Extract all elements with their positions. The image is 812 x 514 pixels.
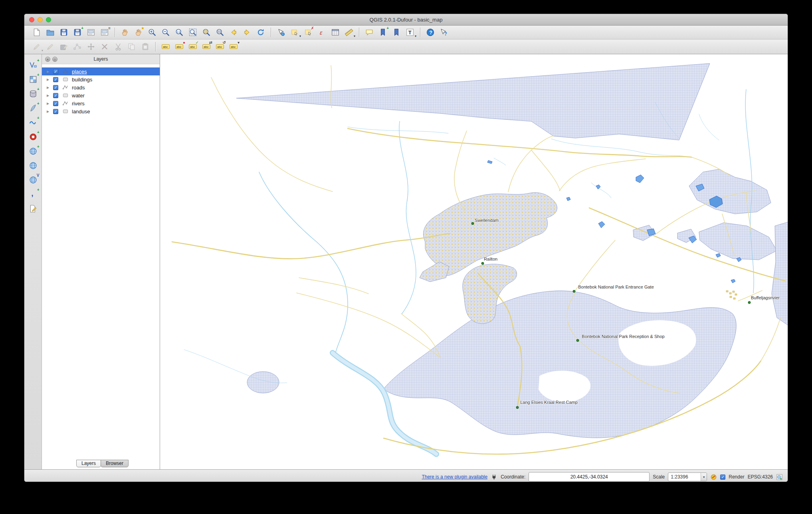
zoom-button[interactable] <box>46 17 51 22</box>
zoom-in-button[interactable] <box>146 27 158 38</box>
pan-map-button[interactable] <box>119 27 131 38</box>
layer-row-buildings[interactable]: ▶✓buildings <box>42 75 160 83</box>
whats-this-icon <box>440 28 448 37</box>
zoom-to-selection-button[interactable] <box>200 27 212 38</box>
add-delimited-text-layer-button[interactable]: + <box>27 188 40 200</box>
layer-visibility-checkbox[interactable]: ✓ <box>53 85 58 90</box>
refresh-map-button[interactable] <box>255 27 267 38</box>
measure-button[interactable]: ▾ <box>343 27 355 38</box>
close-button[interactable] <box>29 17 34 22</box>
save-project-as-button[interactable]: + <box>71 27 83 38</box>
add-wms-layer-button[interactable]: + <box>27 145 40 157</box>
add-wfs-layer-button[interactable]: V <box>27 174 40 186</box>
add-wcs-layer-button[interactable] <box>27 160 40 172</box>
layer-visibility-checkbox[interactable]: ✓ <box>53 77 58 82</box>
change-label-properties-button[interactable]: ▾ <box>228 41 240 52</box>
help-contents-button[interactable] <box>424 27 436 38</box>
zoom-full-extent-icon <box>188 28 197 37</box>
add-vector-layer-icon <box>29 61 38 69</box>
panel-tabs: LayersBrowser <box>76 460 128 467</box>
render-checkbox[interactable]: ✓ <box>720 474 725 480</box>
zoom-last-button[interactable] <box>228 27 240 38</box>
change-label-properties-badge: ▾ <box>238 41 240 45</box>
layer-row-roads[interactable]: ▶✓roads <box>42 83 160 91</box>
layer-labeling-button[interactable] <box>160 41 172 52</box>
save-project-icon <box>59 28 68 37</box>
map-art <box>160 54 788 469</box>
new-print-composer-button[interactable] <box>85 27 97 38</box>
text-annotation-button[interactable]: ▾ <box>404 27 416 38</box>
map-canvas[interactable]: SwellendamRailtonBontebok National Park … <box>160 54 788 469</box>
plugin-icon[interactable] <box>491 474 497 480</box>
rotate-label-button[interactable]: ↺ <box>214 41 226 52</box>
measure-dropdown-icon[interactable]: ▾ <box>354 35 355 38</box>
select-features-dropdown-icon[interactable]: ▾ <box>299 35 301 38</box>
text-annotation-dropdown-icon[interactable]: ▾ <box>415 35 416 38</box>
new-shapefile-layer-button[interactable] <box>27 203 40 215</box>
pan-to-selection-button[interactable]: ★ <box>133 27 145 38</box>
zoom-full-extent-button[interactable] <box>187 27 199 38</box>
move-label-button[interactable]: ⇄ <box>200 41 212 52</box>
minimize-button[interactable] <box>38 17 43 22</box>
map-tips-button[interactable] <box>363 27 375 38</box>
layer-expander-icon[interactable]: ▶ <box>45 94 51 97</box>
layer-visibility-checkbox[interactable]: ✓ <box>53 69 58 74</box>
layer-expander-icon[interactable]: ▶ <box>45 86 51 89</box>
layer-line-icon <box>61 84 69 91</box>
window-controls <box>29 14 51 25</box>
add-wms-layer-icon <box>29 147 38 156</box>
add-vector-layer-button[interactable]: + <box>27 59 40 71</box>
panel-close-icon[interactable]: × <box>45 57 50 62</box>
open-project-button[interactable] <box>44 27 56 38</box>
layer-row-rivers[interactable]: ▶✓rivers <box>42 99 160 107</box>
scale-combo-arrow-icon[interactable]: ▾ <box>701 473 707 481</box>
zoom-actual-size-button[interactable] <box>173 27 185 38</box>
current-edits-dropdown-icon[interactable]: ▾ <box>42 49 43 52</box>
layer-row-water[interactable]: ▶✓water <box>42 91 160 99</box>
open-attribute-table-icon <box>331 28 340 37</box>
layer-expander-icon[interactable]: ▶ <box>45 102 51 105</box>
layer-expander-icon[interactable]: ▶ <box>45 110 51 113</box>
layer-expander-icon[interactable]: ▶ <box>45 78 51 81</box>
layer-point-icon <box>61 68 69 75</box>
titlebar[interactable]: QGIS 2.0.1-Dufour - basic_map <box>24 14 788 26</box>
layer-row-landuse[interactable]: ▶✓landuse <box>42 107 160 115</box>
panel-float-icon[interactable]: ○ <box>52 57 57 62</box>
crs-status-icon[interactable] <box>776 474 783 480</box>
add-spatialite-layer-button[interactable]: + <box>27 102 40 114</box>
stop-render-icon[interactable] <box>710 474 717 480</box>
add-mssql-layer-button[interactable]: + <box>27 117 40 128</box>
layer-visibility-checkbox[interactable]: ✓ <box>53 109 58 114</box>
panel-tab-browser[interactable]: Browser <box>101 460 129 467</box>
composer-manager-button[interactable]: ≡ <box>99 27 111 38</box>
select-features-button[interactable]: ▾ <box>289 27 301 38</box>
layer-visibility-checkbox[interactable]: ✓ <box>53 93 58 98</box>
add-oracle-layer-button[interactable]: + <box>27 131 40 143</box>
new-project-button[interactable] <box>31 27 43 38</box>
zoom-to-layer-button[interactable] <box>214 27 226 38</box>
plugin-available-link[interactable]: There is a new plugin available <box>422 474 487 480</box>
add-raster-layer-button[interactable]: + <box>27 73 40 85</box>
new-project-icon <box>32 28 41 37</box>
layer-row-places[interactable]: ▶✓places <box>42 67 160 75</box>
layer-visibility-checkbox[interactable]: ✓ <box>53 101 58 106</box>
show-bookmarks-button[interactable] <box>390 27 402 38</box>
deselect-features-button[interactable]: ✗ <box>302 27 314 38</box>
save-project-button[interactable] <box>58 27 70 38</box>
coordinate-input[interactable] <box>529 472 650 482</box>
add-wcs-layer-icon <box>29 161 38 170</box>
show-hidden-labels-button[interactable]: ✓ <box>187 41 199 52</box>
scale-combo[interactable]: 1:23396 ▾ <box>668 472 707 481</box>
new-bookmark-button[interactable]: + <box>377 27 389 38</box>
zoom-out-button[interactable] <box>160 27 172 38</box>
select-by-expression-button[interactable] <box>316 27 328 38</box>
layer-expander-icon[interactable]: ▶ <box>45 70 51 73</box>
open-attribute-table-button[interactable] <box>329 27 341 38</box>
move-feature-button <box>85 41 97 52</box>
panel-tab-layers[interactable]: Layers <box>76 460 101 467</box>
pin-labels-button[interactable]: ● <box>173 41 185 52</box>
whats-this-button[interactable] <box>438 27 450 38</box>
zoom-next-button[interactable] <box>241 27 253 38</box>
add-postgis-layer-button[interactable]: + <box>27 88 40 100</box>
identify-features-button[interactable] <box>275 27 287 38</box>
